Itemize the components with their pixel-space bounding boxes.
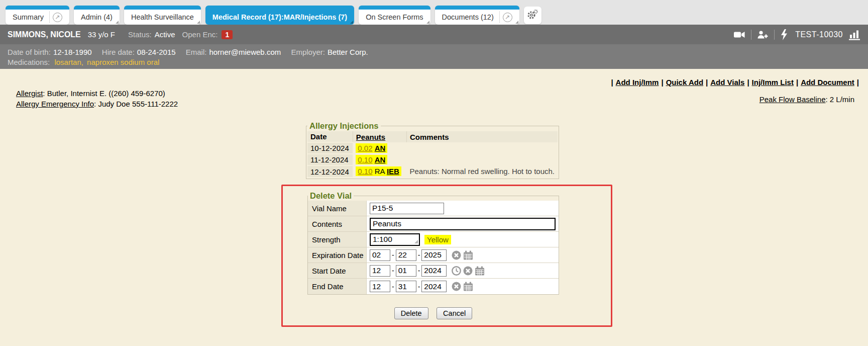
strength-input[interactable] (370, 233, 420, 246)
end-year-input[interactable] (421, 281, 447, 292)
peak-flow-baseline-value: : 2 L/min (825, 95, 854, 104)
tab-bar: Summary ↗ Admin (4) Health Surveillance … (0, 0, 868, 25)
injection-row: 12-12-2024 0.10 RA IEB Peanuts: Normal r… (307, 165, 558, 177)
calendar-picker-icon[interactable] (475, 266, 485, 276)
dose-link[interactable]: 0.10 (358, 167, 372, 176)
patient-age-sex: 33 y/o F (88, 30, 115, 39)
peak-flow-baseline: Peak Flow Baseline: 2 L/min (759, 95, 854, 104)
start-day-input[interactable] (396, 265, 416, 277)
reaction-code-link[interactable]: AN (375, 155, 386, 164)
tab-medical-record-label: Medical Record (17):MAR/Injections (7) (212, 13, 347, 21)
add-inj-imm-link[interactable]: Add Inj/Imm (616, 78, 659, 86)
date-separator: - (418, 251, 420, 259)
medication-link-naproxen[interactable]: naproxen sodium oral (87, 58, 159, 66)
end-month-input[interactable] (370, 281, 390, 292)
clear-date-icon[interactable] (452, 282, 461, 291)
expiration-day-input[interactable] (396, 249, 416, 261)
contents-label: Contents (308, 216, 367, 231)
strength-color-note: Yellow (424, 235, 451, 244)
delete-vial-buttons: Delete Cancel (307, 307, 559, 319)
contents-input[interactable] (370, 218, 556, 230)
date-separator: - (392, 283, 394, 291)
medications-label: Medications: (8, 58, 50, 66)
start-month-input[interactable] (370, 265, 390, 277)
patient-banner: SIMMONS, NICOLE 33 y/o F Status: Active … (0, 25, 868, 44)
settings-button[interactable] (524, 7, 541, 24)
medication-link-losartan[interactable]: losartan (54, 58, 81, 66)
patient-id: TEST-10030 (795, 30, 843, 39)
reaction-code-link[interactable]: AN (375, 144, 386, 152)
status-label: Status: (128, 30, 152, 39)
dose-highlight: 0.02 AN (356, 143, 387, 153)
calendar-picker-icon[interactable] (463, 250, 473, 260)
allergy-injections-table: Date Peanuts Comments 10-12-2024 0.02 AN… (307, 131, 558, 177)
clear-date-icon[interactable] (463, 266, 473, 276)
tab-medical-record[interactable]: Medical Record (17):MAR/Injections (7) (205, 6, 354, 25)
open-enc-label: Open Enc: (182, 30, 218, 39)
cancel-button[interactable]: Cancel (437, 307, 472, 319)
quick-add-link[interactable]: Quick Add (666, 78, 703, 86)
expiration-date-row: Expiration Date - - (308, 247, 559, 263)
end-date-label: End Date (308, 279, 367, 294)
dose-highlight: 0.10 AN (356, 155, 387, 164)
allergy-emergency-info-link[interactable]: Allergy Emergency Info (16, 100, 94, 108)
video-camera-icon[interactable] (733, 29, 745, 40)
dob-value: 12-18-1990 (53, 48, 92, 56)
injection-row: 11-12-2024 0.10 AN (307, 154, 558, 165)
add-vials-link[interactable]: Add Vials (710, 78, 744, 86)
expiration-date-label: Expiration Date (308, 247, 367, 263)
open-encounters-badge[interactable]: 1 (222, 30, 233, 39)
tab-documents[interactable]: Documents (12) ↗ (435, 6, 519, 25)
allergist-value: : Butler, Internist E. ((260) 459-6270) (43, 89, 165, 98)
tab-on-screen-forms[interactable]: On Screen Forms (359, 6, 430, 25)
hire-date-label: Hire date: (102, 48, 135, 56)
add-person-icon[interactable] (757, 29, 769, 40)
dob-label: Date of birth: (8, 48, 51, 56)
expiration-month-input[interactable] (370, 249, 390, 261)
email-value: horner@mieweb.com (209, 48, 281, 56)
add-document-link[interactable]: Add Document (801, 78, 854, 86)
popout-icon[interactable]: ↗ (53, 13, 62, 22)
medication-separator: , (81, 58, 83, 66)
injection-comment: Peanuts: Normal red swelling. Hot to tou… (407, 165, 558, 177)
time-clock-icon[interactable] (452, 266, 461, 276)
end-day-input[interactable] (396, 281, 416, 292)
employer-label: Employer: (291, 48, 325, 56)
inj-imm-list-link[interactable]: Inj/Imm List (752, 78, 794, 86)
reaction-code-link[interactable]: IEB (387, 167, 399, 176)
delete-button[interactable]: Delete (394, 307, 428, 319)
tab-admin[interactable]: Admin (4) (74, 6, 120, 25)
status-value: Active (155, 30, 175, 39)
peanuts-column-header-link[interactable]: Peanuts (356, 133, 385, 141)
dose-link[interactable]: 0.02 (358, 144, 372, 152)
start-year-input[interactable] (421, 265, 447, 277)
start-date-label: Start Date (308, 263, 367, 278)
strength-label: Strength (308, 232, 367, 247)
calendar-picker-icon[interactable] (463, 282, 473, 291)
demographics-bar: Date of birth:12-18-1990 Hire date:08-24… (0, 44, 868, 69)
hire-date-value: 08-24-2015 (137, 48, 176, 56)
popout-icon[interactable]: ↗ (503, 13, 512, 22)
date-separator: - (418, 267, 420, 275)
vial-name-input[interactable] (370, 203, 444, 214)
patient-name: SIMMONS, NICOLE (8, 30, 81, 39)
tab-health-surveillance[interactable]: Health Surveillance (124, 6, 201, 25)
allergist-link[interactable]: Allergist (16, 89, 43, 98)
dose-link[interactable]: 0.10 (358, 155, 372, 164)
peak-flow-baseline-link[interactable]: Peak Flow Baseline (759, 95, 826, 104)
lightning-bolt-icon[interactable] (780, 29, 788, 40)
tab-summary[interactable]: Summary ↗ (6, 6, 69, 25)
link-separator: | (661, 78, 663, 86)
flowsheet-chart-icon[interactable] (848, 29, 860, 40)
vial-name-label: Vial Name (308, 201, 367, 216)
injection-date: 10-12-2024 (307, 142, 353, 154)
tab-health-surveillance-label: Health Surveillance (131, 13, 194, 21)
clear-date-icon[interactable] (452, 250, 461, 260)
vial-name-row: Vial Name (308, 201, 559, 216)
date-separator: - (418, 283, 420, 291)
tab-divider (49, 11, 50, 23)
start-date-row: Start Date - - (308, 263, 559, 279)
delete-vial-panel: Delete Vial Vial Name Contents Strength … (307, 191, 559, 295)
expiration-year-input[interactable] (421, 249, 447, 261)
tab-admin-label: Admin (4) (81, 13, 113, 21)
